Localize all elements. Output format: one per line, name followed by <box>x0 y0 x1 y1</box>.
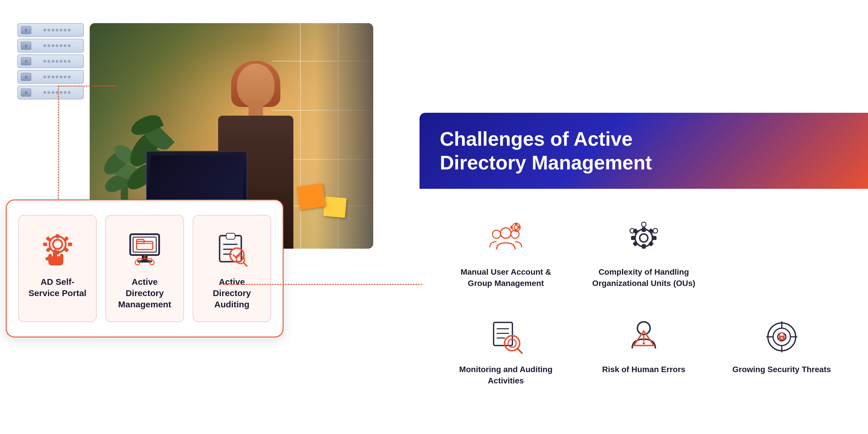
sticky-note-yellow <box>323 196 347 218</box>
org-units-icon <box>625 221 662 258</box>
challenges-panel: Challenges of Active Directory Managemen… <box>420 113 868 416</box>
svg-rect-29 <box>226 234 235 239</box>
svg-point-80 <box>781 337 783 339</box>
server-unit-4: ||| <box>18 70 84 84</box>
auditing-icon <box>213 230 251 267</box>
challenge-item-security: Growing Security Threats <box>718 306 845 398</box>
server-unit-3: ||| <box>18 54 84 68</box>
svg-rect-5 <box>68 243 72 246</box>
challenge-spacer-top <box>718 209 845 300</box>
svg-rect-53 <box>632 241 638 247</box>
svg-point-1 <box>53 240 62 249</box>
security-label: Growing Security Threats <box>732 364 831 375</box>
challenges-title: Challenges of Active Directory Managemen… <box>440 127 700 174</box>
challenge-item-manual-user: Manual User Account & Group Management <box>443 209 569 300</box>
feature-card-management: Active Directory Management <box>105 215 184 322</box>
svg-rect-43 <box>510 226 513 229</box>
svg-rect-41 <box>515 223 518 225</box>
svg-rect-49 <box>631 236 636 240</box>
svg-point-46 <box>640 234 648 242</box>
svg-rect-2 <box>56 234 59 238</box>
manual-user-label: Manual User Account & Group Management <box>452 266 560 289</box>
svg-rect-42 <box>515 230 518 232</box>
server-unit-1: ||| <box>18 23 84 37</box>
svg-point-68 <box>638 322 650 335</box>
security-threats-icon <box>763 318 801 356</box>
management-label: Active Directory Management <box>115 276 175 310</box>
server-unit-2: ||| <box>18 39 84 53</box>
svg-rect-44 <box>517 226 520 229</box>
challenges-header: Challenges of Active Directory Managemen… <box>420 113 868 189</box>
ou-label: Complexity of Handling Organizational Un… <box>589 266 699 289</box>
svg-rect-4 <box>43 243 47 246</box>
svg-point-55 <box>642 222 646 227</box>
svg-rect-50 <box>652 236 656 240</box>
challenges-grid: Manual User Account & Group Management <box>443 209 845 398</box>
svg-line-67 <box>517 348 522 353</box>
challenge-item-human-errors: Risk of Human Errors <box>581 306 707 398</box>
svg-point-37 <box>492 230 500 238</box>
self-service-icon <box>39 230 76 267</box>
management-icon <box>126 230 163 267</box>
svg-rect-61 <box>494 323 513 345</box>
svg-rect-19 <box>136 241 153 249</box>
challenge-item-monitoring: Monitoring and Auditing Activities <box>443 306 569 398</box>
challenge-item-ou: Complexity of Handling Organizational Un… <box>581 209 707 300</box>
monitoring-label: Monitoring and Auditing Activities <box>452 364 560 386</box>
svg-line-35 <box>243 263 247 266</box>
svg-rect-13 <box>60 254 63 260</box>
feature-card-self-service: AD Self-Service Portal <box>18 215 97 322</box>
human-errors-icon <box>625 318 662 356</box>
feature-card-auditing: Active Directory Auditing <box>193 215 271 322</box>
feature-cards-container: AD Self-Service Portal <box>6 200 283 337</box>
dashed-line-long <box>220 284 423 285</box>
monitoring-icon <box>487 318 525 356</box>
svg-point-0 <box>50 236 66 253</box>
svg-point-36 <box>500 228 511 238</box>
svg-point-71 <box>643 342 645 344</box>
users-group-icon <box>487 221 525 258</box>
svg-rect-48 <box>642 244 646 249</box>
server-unit-5: ||| <box>18 86 84 99</box>
auditing-label: Active Directory Auditing <box>202 276 262 310</box>
human-errors-label: Risk of Human Errors <box>602 364 685 375</box>
dashed-line-horizontal <box>58 86 116 87</box>
server-stack: ||| ||| ||| ||| ||| <box>18 23 84 101</box>
sticky-note-orange <box>297 183 326 210</box>
self-service-label: AD Self-Service Portal <box>28 276 87 299</box>
